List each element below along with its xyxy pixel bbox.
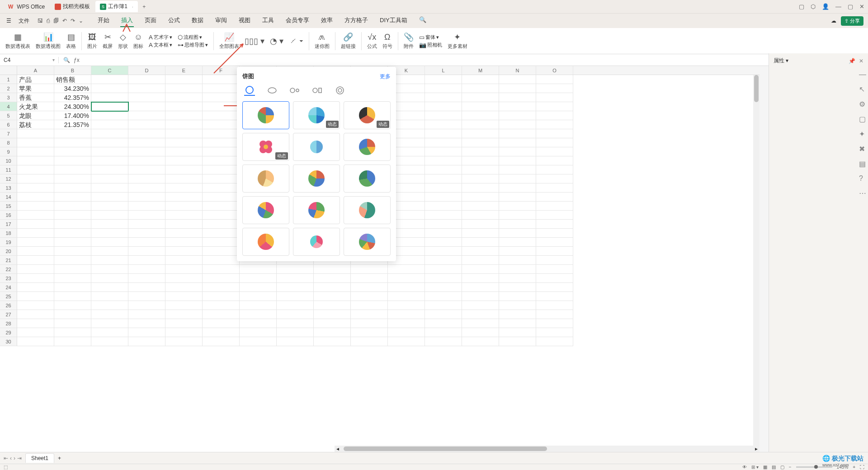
cell[interactable]	[351, 310, 388, 319]
line-chart-button[interactable]: ⟋ ▾	[289, 36, 303, 46]
cell[interactable]	[425, 211, 462, 220]
cell[interactable]	[165, 274, 203, 283]
cell[interactable]	[462, 256, 499, 265]
redo-icon[interactable]: ↷	[71, 18, 75, 24]
cell[interactable]	[536, 156, 573, 165]
cell[interactable]	[203, 238, 240, 247]
cell[interactable]	[165, 292, 203, 301]
cell[interactable]	[351, 337, 388, 346]
cell[interactable]: 火龙果	[17, 102, 54, 111]
cell[interactable]	[462, 229, 499, 238]
cell[interactable]	[91, 337, 128, 346]
cell[interactable]	[499, 102, 536, 111]
cell[interactable]	[203, 129, 240, 138]
cell[interactable]	[388, 274, 425, 283]
cell[interactable]	[499, 301, 536, 310]
cell[interactable]: 荔枝	[17, 120, 54, 129]
cell[interactable]	[165, 310, 203, 319]
cell[interactable]	[499, 319, 536, 328]
cell[interactable]	[128, 183, 165, 193]
cell[interactable]	[536, 265, 573, 274]
cell[interactable]	[425, 292, 462, 301]
cell[interactable]	[165, 183, 203, 193]
row-header[interactable]: 22	[0, 265, 17, 274]
cell[interactable]	[499, 283, 536, 292]
share-button[interactable]: ⇪ 分享	[841, 16, 863, 26]
cell[interactable]	[91, 147, 128, 156]
cell[interactable]	[17, 247, 54, 256]
cell[interactable]	[203, 274, 240, 283]
cell[interactable]	[203, 183, 240, 193]
cell[interactable]	[462, 265, 499, 274]
cell[interactable]	[314, 265, 351, 274]
cell[interactable]	[128, 75, 165, 84]
cell[interactable]	[462, 129, 499, 138]
cell[interactable]	[128, 211, 165, 220]
cell[interactable]	[462, 75, 499, 84]
cell[interactable]	[462, 93, 499, 102]
row-header[interactable]: 19	[0, 238, 17, 247]
cell[interactable]	[499, 93, 536, 102]
cell[interactable]	[499, 292, 536, 301]
cell[interactable]	[91, 193, 128, 202]
cell[interactable]	[240, 292, 277, 301]
cell[interactable]	[91, 319, 128, 328]
cell[interactable]	[17, 193, 54, 202]
cell[interactable]	[128, 156, 165, 165]
col-header[interactable]: E	[165, 66, 203, 75]
chart-template[interactable]	[344, 196, 391, 224]
cell[interactable]	[128, 102, 165, 111]
cell[interactable]	[536, 301, 573, 310]
cell[interactable]	[240, 328, 277, 337]
cell[interactable]	[462, 84, 499, 93]
chart-template[interactable]	[242, 196, 289, 224]
cell[interactable]	[91, 256, 128, 265]
dropdown-icon[interactable]: ⌄	[79, 18, 83, 24]
cell[interactable]	[165, 120, 203, 129]
row-header[interactable]: 23	[0, 274, 17, 283]
cell[interactable]	[462, 238, 499, 247]
cell[interactable]	[240, 337, 277, 346]
cell[interactable]	[17, 156, 54, 165]
cell[interactable]	[425, 283, 462, 292]
cell[interactable]	[425, 156, 462, 165]
cell[interactable]	[314, 301, 351, 310]
chart-template[interactable]	[344, 228, 391, 256]
cell[interactable]: 17.400%	[54, 111, 91, 120]
row-header[interactable]: 13	[0, 183, 17, 193]
cell[interactable]	[91, 120, 128, 129]
sparkline-button[interactable]: ⩕迷你图	[315, 32, 330, 50]
cell[interactable]	[462, 156, 499, 165]
col-header[interactable]: B	[54, 66, 91, 75]
cell[interactable]	[351, 265, 388, 274]
cell[interactable]	[536, 102, 573, 111]
cell[interactable]	[425, 75, 462, 84]
more-icon[interactable]: ⋯	[859, 189, 866, 197]
chart-template[interactable]	[293, 196, 340, 224]
cell[interactable]	[536, 283, 573, 292]
icons-button[interactable]: ☺图标	[133, 32, 143, 50]
chevron-down-icon[interactable]: ▾	[52, 57, 55, 62]
file-menu[interactable]: 文件	[16, 16, 32, 26]
cell[interactable]	[314, 274, 351, 283]
cell[interactable]	[91, 75, 128, 84]
cell[interactable]	[462, 337, 499, 346]
cell[interactable]	[536, 174, 573, 183]
cell[interactable]	[536, 202, 573, 211]
cell[interactable]	[54, 138, 91, 147]
cell[interactable]	[499, 183, 536, 193]
cell[interactable]	[17, 328, 54, 337]
cell[interactable]	[462, 138, 499, 147]
cell[interactable]	[17, 265, 54, 274]
cell[interactable]	[17, 283, 54, 292]
cell[interactable]	[425, 301, 462, 310]
cell[interactable]	[351, 292, 388, 301]
row-header[interactable]: 4	[0, 102, 17, 111]
cell[interactable]	[462, 220, 499, 229]
hamburger-icon[interactable]: ☰	[5, 17, 13, 25]
cell[interactable]	[91, 165, 128, 174]
cell[interactable]	[277, 265, 314, 274]
cell[interactable]	[54, 328, 91, 337]
cell[interactable]	[165, 220, 203, 229]
undo-icon[interactable]: ↶	[62, 18, 67, 24]
